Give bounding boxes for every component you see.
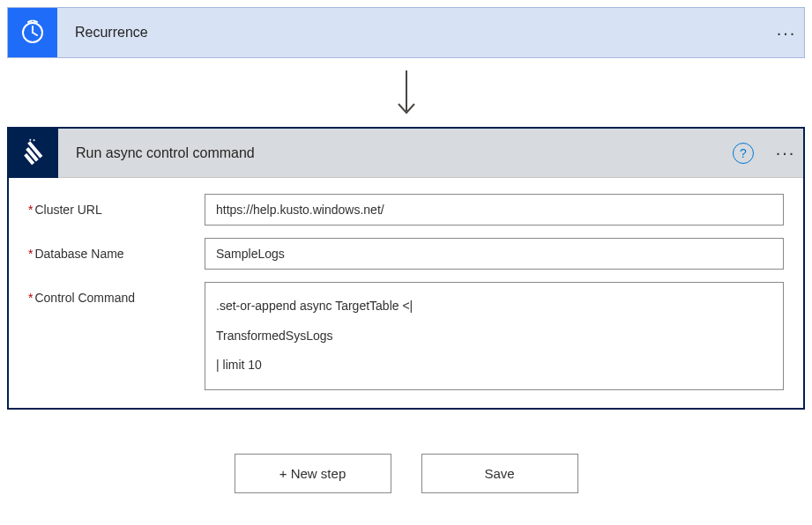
- recurrence-header: Recurrence ···: [8, 8, 804, 57]
- new-step-button[interactable]: + New step: [235, 454, 391, 493]
- control-command-input[interactable]: [205, 282, 784, 390]
- action-buttons: + New step Save: [7, 454, 805, 493]
- control-command-row: *Control Command: [28, 282, 784, 390]
- control-command-label: *Control Command: [28, 282, 205, 390]
- kusto-icon: [9, 129, 58, 178]
- run-command-title: Run async control command: [58, 145, 733, 161]
- svg-point-9: [29, 138, 32, 141]
- cluster-url-row: *Cluster URL: [28, 194, 784, 226]
- cluster-url-label: *Cluster URL: [28, 194, 205, 226]
- help-icon[interactable]: ?: [733, 143, 754, 164]
- save-button[interactable]: Save: [421, 454, 578, 493]
- database-name-label: *Database Name: [28, 238, 205, 270]
- database-name-row: *Database Name: [28, 238, 784, 270]
- cluster-url-input[interactable]: [205, 194, 784, 226]
- svg-line-3: [28, 21, 32, 23]
- more-icon[interactable]: ···: [769, 8, 804, 57]
- run-command-card[interactable]: Run async control command ? ··· *Cluster…: [7, 127, 805, 410]
- connector-arrow: [7, 58, 805, 127]
- svg-line-2: [33, 33, 37, 35]
- svg-point-10: [33, 138, 35, 141]
- recurrence-icon: [8, 8, 57, 57]
- svg-line-4: [34, 21, 37, 23]
- run-command-body: *Cluster URL *Database Name *Control Com…: [9, 178, 803, 408]
- recurrence-title: Recurrence: [57, 25, 769, 41]
- database-name-input[interactable]: [205, 238, 784, 270]
- more-icon[interactable]: ···: [768, 129, 803, 178]
- recurrence-card[interactable]: Recurrence ···: [7, 7, 805, 58]
- run-command-header: Run async control command ? ···: [9, 129, 803, 178]
